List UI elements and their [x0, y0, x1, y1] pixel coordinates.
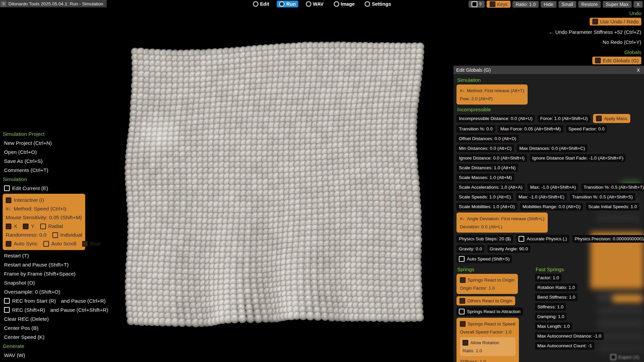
physics-precision-control[interactable]: Physics Precision: 0.00000000001 (.)	[572, 235, 644, 243]
mode-wav[interactable]: WAV	[304, 1, 326, 7]
mode-image[interactable]: Image	[331, 1, 357, 7]
force-control[interactable]: Force: 1.0 (Alt+Shift+U)	[538, 115, 590, 122]
menu-save-as[interactable]: Save As (Ctrl+S)	[3, 157, 108, 166]
scale-distances-control[interactable]: Scale Distances: 1.0 (Alt+N)	[457, 164, 518, 172]
interactive-method-button[interactable]: ≡↓ Method: Speed (Ctrl+I)	[6, 204, 82, 213]
close-window-button[interactable]: X	[634, 1, 643, 8]
checkbox-icon[interactable]	[43, 241, 49, 247]
interactive-toggle[interactable]: Interactive (I)	[6, 196, 82, 204]
menu-snapshot[interactable]: Snapshot (O)	[3, 278, 108, 287]
checkbox-icon[interactable]	[6, 241, 11, 247]
fs-bend-stiffness-control[interactable]: Bend Stiffness: 1.0	[535, 293, 578, 301]
springs-react-speed-block[interactable]: Springs React to Speed Overall Speed Fac…	[457, 318, 519, 362]
apply-mass-toggle[interactable]: Apply Mass	[593, 114, 630, 123]
menu-restart[interactable]: Restart (T)	[3, 251, 108, 260]
speed-factor-control[interactable]: Speed Factor: 0.0	[566, 125, 607, 133]
checkbox-icon[interactable]	[82, 241, 88, 247]
hide-button[interactable]: Hide	[541, 1, 556, 8]
menu-oversample[interactable]: Oversample: 0 (Shift+O)	[3, 287, 108, 296]
use-undo-redo-toggle[interactable]: Use Undo / Redo	[590, 18, 641, 25]
undo-action[interactable]: ← Undo Parameter Stiffness +52 (Ctrl+Z)	[549, 29, 641, 35]
rec-toggle[interactable]: REC (Shift+R) and Pause (Ctrl+Shift+R)	[3, 305, 108, 314]
ratio-control[interactable]: Ratio: 1.0	[463, 348, 482, 353]
min-distances-control[interactable]: Min Distances: 0.0 (Alt+C)	[457, 144, 514, 152]
blurred-expert-toggle[interactable]: Expert (X)	[610, 354, 639, 360]
keys-toggle[interactable]: Keys	[487, 1, 511, 8]
scale-initial-speeds-control[interactable]: Scale Initial Speeds: 1.0	[586, 203, 639, 210]
mode-run[interactable]: Run	[277, 1, 298, 7]
menu-frame-by-frame[interactable]: Frame by Frame (Shift+Space)	[3, 269, 108, 278]
springs-react-attraction-toggle[interactable]: Springs React to Attraction	[457, 307, 523, 316]
springs-react-origin-block[interactable]: Springs React to Origin Origin Factor: 1…	[457, 274, 518, 294]
fs-damping-control[interactable]: Damping: 1.0	[535, 313, 567, 320]
rec-from-start-pause-label[interactable]: and Pause (Ctrl+R)	[61, 298, 106, 304]
edit-current-toggle[interactable]: Edit Current (E)	[3, 184, 108, 193]
menu-comments[interactable]: Comments (Ctrl+T)	[3, 166, 108, 175]
gravity-angle-control[interactable]: Gravity Angle: 90.0	[487, 245, 530, 253]
menu-open[interactable]: Open (Ctrl+O)	[3, 147, 108, 157]
gravity-control[interactable]: Gravity: 0.0	[457, 245, 484, 253]
fs-rotation-ratio-control[interactable]: Rotation Ratio: 1.0	[535, 284, 577, 291]
rec-from-start-toggle[interactable]: REC from Start (R) and Pause (Ctrl+R)	[3, 296, 108, 305]
springs-stiffness-control[interactable]: Stiffness: 1.0	[460, 359, 486, 362]
fs-max-autoconnect-distance-control[interactable]: Max Autoconnect Distance: -1.0	[535, 332, 604, 340]
super-max-button[interactable]: Super Max	[603, 1, 632, 8]
pow-line[interactable]: Pow: 2.0 (Alt+P)	[460, 96, 493, 101]
ignore-distance-fade-control[interactable]: Ignore Distance Start Fade: -1.0 (Alt+Sh…	[530, 154, 626, 162]
globals-panel-header[interactable]: Edit Globals (G) X	[453, 66, 644, 74]
small-button[interactable]: Small	[558, 1, 576, 8]
scale-masses-control[interactable]: Scale Masses: 1.0 (Alt+M)	[457, 174, 514, 181]
checkbox-icon[interactable]	[463, 340, 468, 346]
fs-stiffness-control[interactable]: Stiffness: 1.0	[535, 303, 566, 311]
help-button[interactable]: ?	[469, 1, 485, 8]
ratio-button[interactable]: Ratio: 1.0	[513, 1, 539, 8]
menu-wav[interactable]: WAV (W)	[3, 351, 108, 360]
acc-transition-control[interactable]: Transition %: 0.5 (Alt+Shift+T)	[581, 183, 644, 191]
menu-center-pos[interactable]: Center Pos (B)	[3, 323, 108, 333]
ignore-distance-control[interactable]: Ignore Distance: 0.0 (Alt+Shift+I)	[457, 154, 527, 162]
incompressible-distance-control[interactable]: Incompressible Distance: 0.0 (Alt+U)	[457, 115, 535, 122]
menu-center-speed[interactable]: Center Speed (K)	[3, 333, 108, 342]
menu-sound-bank[interactable]: Sound Bank (Ctrl+W)	[3, 360, 108, 362]
restore-button[interactable]: Restore	[578, 1, 601, 8]
angle-deviation-block[interactable]: ≡↓ Angle Deviation: First release (Shift…	[457, 213, 548, 233]
accurate-physics-toggle[interactable]: Accurate Physics (,)	[516, 235, 569, 243]
menu-new-project[interactable]: New Project (Ctrl+N)	[3, 138, 108, 147]
deviation-line[interactable]: Deviation: 0.0 (Alt+L)	[460, 224, 502, 229]
mode-settings[interactable]: Settings	[363, 1, 393, 7]
origin-factor-control[interactable]: Origin Factor: 1.0	[460, 286, 495, 291]
checkbox-icon[interactable]	[40, 224, 46, 229]
fs-max-length-control[interactable]: Max Length: 1.0	[535, 322, 572, 330]
redo-action[interactable]: No Redo (Ctrl+Y)	[549, 39, 641, 45]
speeds-max-control[interactable]: Max: -1.0 (Alt+Shift+E)	[516, 193, 567, 201]
auto-speed-toggle[interactable]: Auto Speed (Shift+S)	[457, 255, 512, 263]
mode-edit[interactable]: Edit	[251, 1, 271, 7]
others-react-origin-toggle[interactable]: Others React to Origin	[457, 296, 515, 305]
rec-pause-label[interactable]: and Pause (Ctrl+Shift+R)	[50, 307, 108, 313]
mouse-sensitivity-control[interactable]: Mouse Sensitivity: 0.05 (Shift+M)	[6, 213, 82, 222]
physics-sub-steps-control[interactable]: Physics Sub Steps: 20 ($)	[457, 235, 513, 243]
mobilities-range-control[interactable]: Mobilities Range: 0.0 (Alt+G)	[520, 203, 583, 210]
fs-max-autoconnect-count-control[interactable]: Max Autoconnect Count: -1	[535, 342, 594, 350]
checkbox-icon[interactable]	[23, 224, 29, 229]
randomness-control[interactable]: Randomness: 0.0	[6, 232, 47, 238]
checkbox-icon[interactable]	[52, 232, 58, 238]
overall-speed-factor-control[interactable]: Overall Speed Factor: 1.0	[460, 329, 512, 335]
edit-globals-toggle[interactable]: Edit Globals (G)	[592, 57, 641, 64]
fs-factor-control[interactable]: Factor: 1.0	[535, 274, 561, 282]
max-distances-control[interactable]: Max Distances: 0.0 (Alt+Shift+C)	[517, 144, 587, 152]
offset-distances-control[interactable]: Offset Distances: 0.0 (Alt+D)	[457, 135, 519, 142]
method-block[interactable]: ≡↓ Method: First release (Alt+T) Pow: 2.…	[457, 84, 528, 105]
menu-icon[interactable]: ≡	[1, 1, 6, 7]
transition-control[interactable]: Transition %: 0.0	[457, 125, 495, 133]
speeds-transition-control[interactable]: Transition %: 0.5 (Alt+Shift+S)	[570, 193, 635, 201]
acc-max-control[interactable]: Max: -1.0 (Alt+Shift+A)	[528, 183, 578, 191]
scale-accelerations-control[interactable]: Scale Accelerations: 1.0 (Alt+A)	[457, 183, 525, 191]
scale-speeds-control[interactable]: Scale Speeds: 1.0 (Alt+E)	[457, 193, 513, 201]
checkbox-icon[interactable]	[6, 224, 11, 229]
menu-clear-rec[interactable]: Clear REC (Delete)	[3, 314, 108, 323]
max-force-control[interactable]: Max Force: 0.05 (Alt+Shift+M)	[498, 125, 563, 133]
close-panel-button[interactable]: X	[635, 67, 641, 73]
menu-restart-pause[interactable]: Restart and Pause (Shift+T)	[3, 260, 108, 269]
scale-mobilities-control[interactable]: Scale Mobilities: 1.0 (Alt+O)	[457, 203, 517, 210]
